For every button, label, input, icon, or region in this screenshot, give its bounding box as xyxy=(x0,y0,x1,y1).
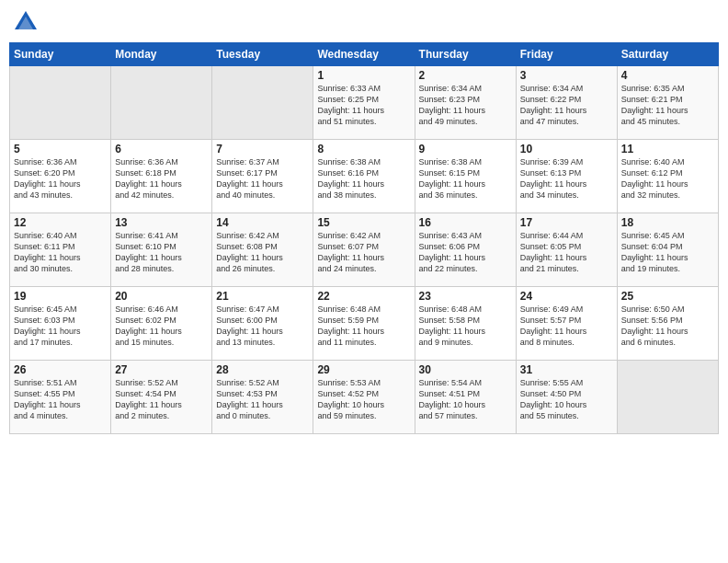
calendar-cell: 13Sunrise: 6:41 AM Sunset: 6:10 PM Dayli… xyxy=(111,213,212,287)
day-number: 22 xyxy=(317,290,410,303)
calendar-cell: 18Sunrise: 6:45 AM Sunset: 6:04 PM Dayli… xyxy=(617,213,718,287)
calendar-cell xyxy=(111,66,212,140)
calendar-cell xyxy=(617,361,718,434)
calendar-cell: 6Sunrise: 6:36 AM Sunset: 6:18 PM Daylig… xyxy=(111,140,212,213)
calendar-cell: 16Sunrise: 6:43 AM Sunset: 6:06 PM Dayli… xyxy=(415,213,516,287)
calendar-cell: 4Sunrise: 6:35 AM Sunset: 6:21 PM Daylig… xyxy=(617,66,718,140)
cell-content: Sunrise: 6:48 AM Sunset: 5:59 PM Dayligh… xyxy=(317,304,410,349)
cell-content: Sunrise: 6:46 AM Sunset: 6:02 PM Dayligh… xyxy=(115,304,208,349)
cell-content: Sunrise: 6:40 AM Sunset: 6:11 PM Dayligh… xyxy=(14,230,107,275)
weekday-header: Wednesday xyxy=(313,43,415,66)
day-number: 8 xyxy=(317,143,410,155)
cell-content: Sunrise: 6:38 AM Sunset: 6:16 PM Dayligh… xyxy=(317,156,410,201)
calendar-cell: 27Sunrise: 5:52 AM Sunset: 4:54 PM Dayli… xyxy=(111,361,212,434)
calendar-cell: 9Sunrise: 6:38 AM Sunset: 6:15 PM Daylig… xyxy=(415,140,516,213)
day-number: 30 xyxy=(419,363,512,376)
calendar-cell: 1Sunrise: 6:33 AM Sunset: 6:25 PM Daylig… xyxy=(313,66,415,140)
day-number: 11 xyxy=(621,143,714,155)
cell-content: Sunrise: 5:52 AM Sunset: 4:53 PM Dayligh… xyxy=(216,377,309,422)
day-number: 15 xyxy=(317,216,410,229)
calendar-week: 12Sunrise: 6:40 AM Sunset: 6:11 PM Dayli… xyxy=(10,213,719,287)
day-number: 18 xyxy=(621,216,714,229)
cell-content: Sunrise: 5:54 AM Sunset: 4:51 PM Dayligh… xyxy=(419,377,512,422)
cell-content: Sunrise: 6:39 AM Sunset: 6:13 PM Dayligh… xyxy=(520,156,613,201)
calendar-cell: 14Sunrise: 6:42 AM Sunset: 6:08 PM Dayli… xyxy=(212,213,313,287)
logo-icon xyxy=(13,9,39,35)
calendar-cell: 3Sunrise: 6:34 AM Sunset: 6:22 PM Daylig… xyxy=(516,66,617,140)
cell-content: Sunrise: 6:50 AM Sunset: 5:56 PM Dayligh… xyxy=(621,304,714,349)
day-number: 19 xyxy=(14,290,107,303)
calendar-body: 1Sunrise: 6:33 AM Sunset: 6:25 PM Daylig… xyxy=(10,66,719,434)
weekday-row: SundayMondayTuesdayWednesdayThursdayFrid… xyxy=(10,43,719,66)
cell-content: Sunrise: 6:37 AM Sunset: 6:17 PM Dayligh… xyxy=(216,156,309,201)
cell-content: Sunrise: 6:34 AM Sunset: 6:23 PM Dayligh… xyxy=(419,83,512,128)
day-number: 31 xyxy=(520,363,613,376)
weekday-header: Saturday xyxy=(617,43,718,66)
cell-content: Sunrise: 5:52 AM Sunset: 4:54 PM Dayligh… xyxy=(115,377,208,422)
day-number: 27 xyxy=(115,363,208,376)
day-number: 6 xyxy=(115,143,208,155)
calendar-week: 1Sunrise: 6:33 AM Sunset: 6:25 PM Daylig… xyxy=(10,66,719,140)
calendar-cell: 22Sunrise: 6:48 AM Sunset: 5:59 PM Dayli… xyxy=(313,287,415,361)
calendar-week: 5Sunrise: 6:36 AM Sunset: 6:20 PM Daylig… xyxy=(10,140,719,213)
weekday-header: Monday xyxy=(111,43,212,66)
weekday-header: Friday xyxy=(516,43,617,66)
calendar-cell: 7Sunrise: 6:37 AM Sunset: 6:17 PM Daylig… xyxy=(212,140,313,213)
cell-content: Sunrise: 6:49 AM Sunset: 5:57 PM Dayligh… xyxy=(520,304,613,349)
day-number: 24 xyxy=(520,290,613,303)
day-number: 7 xyxy=(216,143,309,155)
weekday-header: Sunday xyxy=(10,43,111,66)
cell-content: Sunrise: 6:45 AM Sunset: 6:04 PM Dayligh… xyxy=(621,230,714,275)
calendar-cell: 10Sunrise: 6:39 AM Sunset: 6:13 PM Dayli… xyxy=(516,140,617,213)
calendar-cell xyxy=(212,66,313,140)
day-number: 26 xyxy=(14,363,107,376)
day-number: 20 xyxy=(115,290,208,303)
cell-content: Sunrise: 6:35 AM Sunset: 6:21 PM Dayligh… xyxy=(621,83,714,128)
day-number: 13 xyxy=(115,216,208,229)
cell-content: Sunrise: 6:44 AM Sunset: 6:05 PM Dayligh… xyxy=(520,230,613,275)
calendar-cell: 28Sunrise: 5:52 AM Sunset: 4:53 PM Dayli… xyxy=(212,361,313,434)
cell-content: Sunrise: 6:45 AM Sunset: 6:03 PM Dayligh… xyxy=(14,304,107,349)
calendar-cell xyxy=(10,66,111,140)
day-number: 5 xyxy=(14,143,107,155)
calendar-week: 19Sunrise: 6:45 AM Sunset: 6:03 PM Dayli… xyxy=(10,287,719,361)
day-number: 16 xyxy=(419,216,512,229)
cell-content: Sunrise: 5:55 AM Sunset: 4:50 PM Dayligh… xyxy=(520,377,613,422)
page-header xyxy=(9,9,719,35)
cell-content: Sunrise: 6:43 AM Sunset: 6:06 PM Dayligh… xyxy=(419,230,512,275)
day-number: 21 xyxy=(216,290,309,303)
cell-content: Sunrise: 6:34 AM Sunset: 6:22 PM Dayligh… xyxy=(520,83,613,128)
calendar-cell: 2Sunrise: 6:34 AM Sunset: 6:23 PM Daylig… xyxy=(415,66,516,140)
cell-content: Sunrise: 6:42 AM Sunset: 6:07 PM Dayligh… xyxy=(317,230,410,275)
calendar-week: 26Sunrise: 5:51 AM Sunset: 4:55 PM Dayli… xyxy=(10,361,719,434)
day-number: 9 xyxy=(419,143,512,155)
day-number: 3 xyxy=(520,69,613,82)
calendar-cell: 26Sunrise: 5:51 AM Sunset: 4:55 PM Dayli… xyxy=(10,361,111,434)
calendar-header: SundayMondayTuesdayWednesdayThursdayFrid… xyxy=(10,43,719,66)
day-number: 29 xyxy=(317,363,410,376)
day-number: 17 xyxy=(520,216,613,229)
calendar-cell: 30Sunrise: 5:54 AM Sunset: 4:51 PM Dayli… xyxy=(415,361,516,434)
day-number: 23 xyxy=(419,290,512,303)
calendar-cell: 21Sunrise: 6:47 AM Sunset: 6:00 PM Dayli… xyxy=(212,287,313,361)
cell-content: Sunrise: 6:36 AM Sunset: 6:20 PM Dayligh… xyxy=(14,156,107,201)
calendar-cell: 8Sunrise: 6:38 AM Sunset: 6:16 PM Daylig… xyxy=(313,140,415,213)
day-number: 2 xyxy=(419,69,512,82)
cell-content: Sunrise: 6:47 AM Sunset: 6:00 PM Dayligh… xyxy=(216,304,309,349)
calendar-cell: 23Sunrise: 6:48 AM Sunset: 5:58 PM Dayli… xyxy=(415,287,516,361)
cell-content: Sunrise: 6:36 AM Sunset: 6:18 PM Dayligh… xyxy=(115,156,208,201)
cell-content: Sunrise: 6:40 AM Sunset: 6:12 PM Dayligh… xyxy=(621,156,714,201)
calendar-cell: 11Sunrise: 6:40 AM Sunset: 6:12 PM Dayli… xyxy=(617,140,718,213)
cell-content: Sunrise: 6:38 AM Sunset: 6:15 PM Dayligh… xyxy=(419,156,512,201)
calendar-cell: 15Sunrise: 6:42 AM Sunset: 6:07 PM Dayli… xyxy=(313,213,415,287)
calendar-cell: 17Sunrise: 6:44 AM Sunset: 6:05 PM Dayli… xyxy=(516,213,617,287)
cell-content: Sunrise: 5:53 AM Sunset: 4:52 PM Dayligh… xyxy=(317,377,410,422)
calendar-cell: 31Sunrise: 5:55 AM Sunset: 4:50 PM Dayli… xyxy=(516,361,617,434)
day-number: 14 xyxy=(216,216,309,229)
weekday-header: Thursday xyxy=(415,43,516,66)
calendar-cell: 12Sunrise: 6:40 AM Sunset: 6:11 PM Dayli… xyxy=(10,213,111,287)
cell-content: Sunrise: 5:51 AM Sunset: 4:55 PM Dayligh… xyxy=(14,377,107,422)
day-number: 28 xyxy=(216,363,309,376)
day-number: 4 xyxy=(621,69,714,82)
day-number: 10 xyxy=(520,143,613,155)
